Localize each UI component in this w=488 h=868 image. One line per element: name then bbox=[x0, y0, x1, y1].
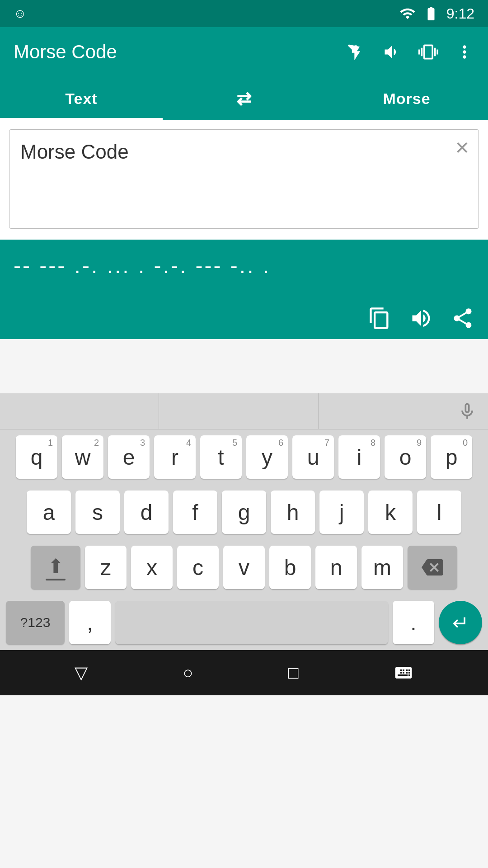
home-button[interactable]: ○ bbox=[183, 663, 193, 683]
copy-icon[interactable] bbox=[368, 307, 391, 330]
tab-text[interactable]: Text bbox=[0, 77, 163, 120]
keyboard-suggestions-row bbox=[0, 393, 488, 429]
key-m[interactable]: m bbox=[361, 546, 403, 589]
key-f[interactable]: f bbox=[173, 491, 217, 534]
key-d[interactable]: d bbox=[124, 491, 169, 534]
keyboard: 1 q 2 w 3 e 4 r 5 t 6 y 7 u 8 i bbox=[0, 393, 488, 650]
input-area: Morse Code ✕ bbox=[0, 120, 488, 240]
action-icons bbox=[346, 42, 474, 62]
key-w[interactable]: 2 w bbox=[62, 435, 103, 479]
enter-key[interactable]: ↵ bbox=[439, 601, 482, 644]
key-g[interactable]: g bbox=[222, 491, 266, 534]
recent-button[interactable]: □ bbox=[288, 663, 299, 683]
sound-icon[interactable] bbox=[409, 307, 433, 330]
suggestion-right bbox=[319, 393, 488, 429]
key-y[interactable]: 6 y bbox=[246, 435, 288, 479]
key-z[interactable]: z bbox=[85, 546, 127, 589]
tab-morse[interactable]: Morse bbox=[325, 77, 488, 120]
android-logo: ☺ bbox=[14, 6, 27, 21]
more-icon[interactable] bbox=[455, 42, 474, 62]
share-icon[interactable] bbox=[451, 307, 474, 330]
status-bar: ☺ 9:12 bbox=[0, 0, 488, 27]
input-wrapper: Morse Code ✕ bbox=[9, 129, 479, 231]
back-button[interactable]: ▽ bbox=[75, 663, 88, 683]
morse-output: -- --- .-. ... . -.-. --- -.. . bbox=[0, 240, 488, 339]
num-key[interactable]: ?123 bbox=[6, 601, 65, 644]
battery-icon bbox=[423, 5, 439, 22]
suggestion-left bbox=[0, 393, 159, 429]
volume-icon[interactable] bbox=[382, 42, 402, 62]
flash-off-icon[interactable] bbox=[346, 42, 366, 62]
status-icons: 9:12 bbox=[399, 5, 474, 22]
keyboard-row-1: 1 q 2 w 3 e 4 r 5 t 6 y 7 u 8 i bbox=[0, 429, 488, 485]
key-k[interactable]: k bbox=[368, 491, 413, 534]
keyboard-bottom-row: ?123 , . ↵ bbox=[0, 595, 488, 650]
key-v[interactable]: v bbox=[223, 546, 265, 589]
key-t[interactable]: 5 t bbox=[200, 435, 242, 479]
spacer bbox=[0, 339, 488, 393]
signal-icon bbox=[399, 5, 416, 22]
keyboard-row-2: a s d f g h j k l bbox=[0, 485, 488, 540]
app-bar: Morse Code bbox=[0, 27, 488, 77]
key-h[interactable]: h bbox=[271, 491, 315, 534]
morse-actions bbox=[14, 307, 474, 330]
morse-text: -- --- .-. ... . -.-. --- -.. . bbox=[14, 253, 474, 307]
vibrate-icon[interactable] bbox=[418, 42, 438, 62]
key-s[interactable]: s bbox=[75, 491, 120, 534]
backspace-icon bbox=[422, 557, 443, 578]
key-x[interactable]: x bbox=[131, 546, 173, 589]
comma-key[interactable]: , bbox=[69, 601, 111, 644]
space-key[interactable] bbox=[115, 601, 388, 644]
period-key[interactable]: . bbox=[393, 601, 434, 644]
status-time: 9:12 bbox=[446, 5, 474, 22]
key-j[interactable]: j bbox=[319, 491, 364, 534]
microphone-icon[interactable] bbox=[457, 401, 477, 421]
tab-arrow[interactable]: ⇄ bbox=[163, 77, 325, 120]
tab-bar: Text ⇄ Morse bbox=[0, 77, 488, 120]
key-l[interactable]: l bbox=[417, 491, 461, 534]
keyboard-row-3: ⬆ z x c v b n m bbox=[0, 540, 488, 595]
key-r[interactable]: 4 r bbox=[154, 435, 196, 479]
nav-bar: ▽ ○ □ bbox=[0, 650, 488, 695]
key-c[interactable]: c bbox=[177, 546, 219, 589]
backspace-key[interactable] bbox=[408, 546, 457, 589]
suggestion-center bbox=[159, 393, 318, 429]
app-title: Morse Code bbox=[14, 41, 337, 63]
key-q[interactable]: 1 q bbox=[16, 435, 57, 479]
key-p[interactable]: 0 p bbox=[431, 435, 472, 479]
shift-key[interactable]: ⬆ bbox=[31, 546, 80, 589]
clear-button[interactable]: ✕ bbox=[455, 137, 470, 158]
text-input[interactable]: Morse Code bbox=[9, 129, 479, 229]
key-u[interactable]: 7 u bbox=[292, 435, 334, 479]
key-a[interactable]: a bbox=[27, 491, 71, 534]
key-i[interactable]: 8 i bbox=[338, 435, 380, 479]
key-b[interactable]: b bbox=[269, 546, 311, 589]
keyboard-nav-icon[interactable] bbox=[394, 663, 413, 683]
key-n[interactable]: n bbox=[315, 546, 357, 589]
key-o[interactable]: 9 o bbox=[385, 435, 426, 479]
key-e[interactable]: 3 e bbox=[108, 435, 150, 479]
